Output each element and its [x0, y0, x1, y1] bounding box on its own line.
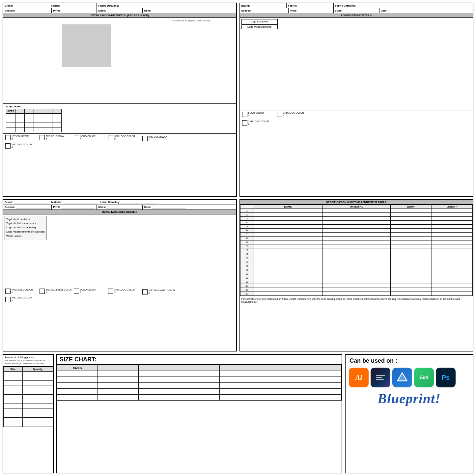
c3-2nd-logo-color: 2ND LOGO COLOR# — [5, 296, 38, 302]
app-icon-illustrator: Ai — [349, 368, 369, 387]
c3-label-detailing-input[interactable] — [121, 201, 155, 204]
c3-color-box-3rd-tag — [40, 289, 45, 294]
spec-row-20: 20 — [240, 284, 473, 288]
spec-row-12: 12 — [240, 252, 473, 256]
spec-row-7: 7 — [240, 232, 473, 236]
spec-row-18: 18 — [240, 276, 473, 280]
logo-buttons-group: Logo Locations Logo Measurements — [241, 19, 472, 29]
blueprint-brand-text: Blueprint! — [346, 389, 473, 409]
logo-locations-button[interactable]: Logo Locations — [241, 19, 278, 24]
app-icon-krita: Kitti — [414, 368, 434, 387]
card3-section-title: HANG-TAG/LABEL DETAILS — [3, 210, 236, 214]
c3-logo-color: LOGO COLOR# — [74, 289, 107, 294]
hangtag-list: Tag/Label Locations Tag/Label Measuremen… — [5, 216, 46, 240]
c2-3rd-logo-color: 3RD LOGO COLOR# — [277, 112, 310, 117]
c2-gsm-input[interactable] — [388, 9, 423, 12]
card-size-chart-large: SIZE CHART: SIZES — [56, 354, 342, 473]
print-input[interactable] — [61, 9, 95, 12]
amount-row-5 — [4, 394, 53, 399]
c3-2nd-tag-color: 2ND TAG/LABEL COLOR# — [142, 289, 175, 295]
amount-row-2 — [4, 380, 53, 385]
card2-header2: Season: Print: Sizes: Gsm: — [240, 8, 473, 13]
colorway-2nd-logo: 2ND LOGO COLOR# — [5, 143, 38, 149]
colorway-2nd: 2ND COLORWAY# — [142, 136, 175, 141]
c2-color-box-3rd-logo — [277, 112, 282, 117]
can-be-used-title: Can be used on : — [346, 355, 473, 366]
card4-section-title: SPECIFICATION SHEET/MEASUREMENT TABLE — [240, 200, 473, 205]
season-input[interactable] — [15, 9, 50, 12]
large-size-row-2 — [57, 383, 342, 389]
brand-field: Brand: — [3, 3, 50, 8]
c2-gsm-field: Gsm: — [379, 8, 424, 13]
logo-measurements-button[interactable]: Logo Measurements — [241, 24, 278, 29]
spec-row-13: 13 — [240, 256, 473, 260]
c3-color-box-tag — [5, 289, 11, 294]
amount-row-8 — [4, 408, 53, 413]
spec-row-16: 16 — [240, 268, 473, 272]
color-box-2nd — [142, 136, 148, 141]
colorway-section: 1ST COLORWAY# 3RD COLORWAY# LOGO COLOR# … — [3, 133, 236, 150]
c3-label-detailing-field: Label Detailing: — [99, 200, 157, 205]
c3-sizes-field: Sizes: — [97, 205, 143, 210]
large-size-row-1 — [57, 377, 342, 383]
season-field: Season: — [3, 8, 52, 13]
colorway-3rd: 3RD COLORWAY# — [40, 135, 72, 141]
colorway-logo: LOGO COLOR# — [74, 135, 107, 141]
c2-sizes-input[interactable] — [343, 9, 378, 12]
gsm-input[interactable] — [152, 9, 186, 12]
c2-fabric-input[interactable] — [297, 4, 332, 7]
c2-fabric-field: Fabric: — [287, 3, 334, 8]
c3-tag-color: TAG/LABEL COLOR# — [5, 289, 38, 294]
color-box-3rd-logo — [108, 135, 113, 140]
brand-input[interactable] — [14, 4, 48, 7]
large-size-row-3 — [57, 389, 342, 395]
sketch-area-container — [3, 18, 170, 103]
amount-table: Size Quanity — [3, 367, 53, 427]
card-hang-tag: Brand: Material: Label Detailing: Season… — [3, 199, 237, 352]
colorway-1st: 1ST COLORWAY# — [5, 135, 38, 141]
c3-material-input[interactable] — [63, 201, 98, 204]
card1-header1: Brand: Fabric: Fabric Detailing: — [3, 3, 236, 8]
c2-season-field: Season: — [240, 8, 289, 13]
amount-row-6 — [4, 399, 53, 404]
c2-logo-color: LOGO COLOR# — [242, 112, 275, 117]
c3-gsm-input[interactable] — [152, 206, 186, 209]
amount-row-1 — [4, 376, 53, 380]
spec-row-8: 8 — [240, 236, 473, 240]
c3-season-input[interactable] — [15, 206, 50, 209]
size-chart-large-title: SIZE CHART: — [57, 355, 342, 365]
large-size-row-4 — [57, 395, 342, 401]
fabric-detailing-input[interactable] — [120, 4, 154, 7]
card3-header1: Brand: Material: Label Detailing: — [3, 200, 236, 205]
color-box-1st — [5, 135, 11, 140]
card-logo-design: Brand: Fabric: Fabric Detailing: Season:… — [239, 3, 474, 197]
spec-row-2: 2 — [240, 212, 473, 216]
c2-season-input[interactable] — [252, 9, 287, 12]
large-size-row-0 — [57, 371, 342, 377]
card3-header2: Season: Print: Sizes: Gsm: — [3, 205, 236, 210]
c3-print-input[interactable] — [61, 206, 95, 209]
c3-gsm-field: Gsm: — [143, 205, 187, 210]
spec-row-6: 6 — [240, 228, 473, 232]
c3-brand-input[interactable] — [14, 201, 48, 204]
sizes-input[interactable] — [106, 9, 141, 12]
affinity-icon-svg — [396, 372, 408, 383]
spec-row-10: 10 — [240, 244, 473, 248]
c2-brand-input[interactable] — [250, 4, 285, 7]
c3-color-box-2nd-logo — [5, 297, 11, 302]
c2-fabric-detailing-input[interactable] — [356, 4, 391, 7]
card1-header2: Season: Print: Sizes: Gsm: — [3, 8, 236, 13]
app-icon-affinity — [392, 368, 412, 387]
spec-row-5: 5 — [240, 224, 473, 228]
spec-row-1: 1 — [240, 209, 473, 212]
c3-sizes-input[interactable] — [106, 206, 141, 209]
card-can-be-used-on: Can be used on : Ai — [345, 354, 473, 473]
main-grid: Brand: Fabric: Fabric Detailing: Season:… — [0, 0, 476, 476]
card-spec-sheet: SPECIFICATION SHEET/MEASUREMENT TABLE NA… — [239, 199, 474, 352]
sizes-field: Sizes: — [97, 8, 143, 13]
fabric-input[interactable] — [61, 4, 95, 7]
hangtag-body: Tag/Label Locations Tag/Label Measuremen… — [3, 214, 236, 287]
c3-color-box-logo — [74, 289, 79, 294]
c2-print-input[interactable] — [297, 9, 332, 12]
card2-header1: Brand: Fabric: Fabric Detailing: — [240, 3, 473, 8]
